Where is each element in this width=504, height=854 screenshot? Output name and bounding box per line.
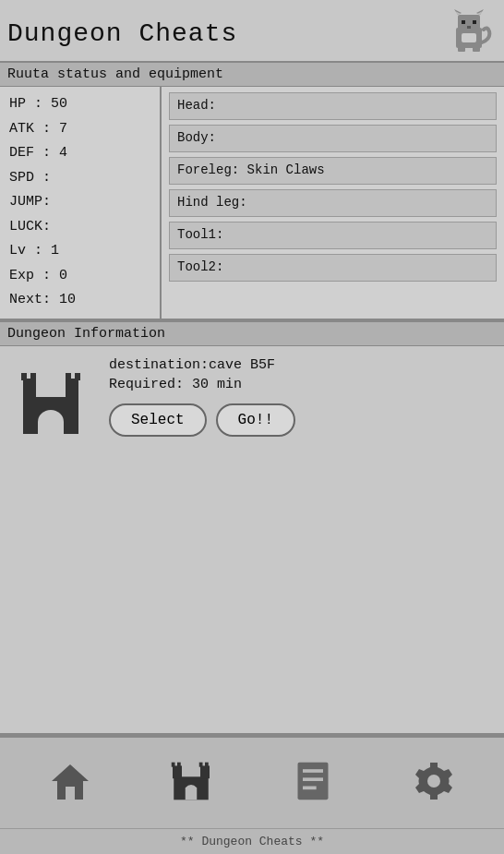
destination-text: destination:cave B5F [109,357,495,373]
svg-rect-18 [199,763,203,767]
required-text: Required: 30 min [109,377,495,392]
stat-atk: ATK : 7 [9,119,150,140]
dungeon-buttons: Select Go!! [109,403,495,437]
equipment-panel: Head: Body: Foreleg: Skin Claws Hind leg… [162,87,504,319]
stat-hp: HP : 50 [9,94,150,115]
svg-rect-7 [473,20,476,24]
stats-panel: HP : 50 ATK : 7 DEF : 4 SPD : JUMP: LUCK… [0,87,162,319]
equipment-foreleg: Foreleg: Skin Claws [169,157,497,185]
svg-rect-21 [303,769,323,773]
stat-lv: Lv : 1 [9,241,150,262]
equipment-hindleg: Hind leg: [169,189,497,217]
svg-rect-22 [303,777,323,781]
svg-rect-16 [172,763,175,767]
svg-rect-6 [462,20,465,24]
equipment-head: Head: [169,92,497,120]
mascot-icon [445,9,493,57]
content-spacer [0,448,504,734]
header: Dungeon Cheats [0,0,504,61]
svg-rect-11 [473,44,480,52]
svg-rect-23 [303,787,317,790]
svg-rect-9 [462,33,476,42]
stat-spd: SPD : [9,168,150,189]
page-wrapper: Dungeon Cheats Ru [0,0,504,854]
svg-rect-10 [458,44,465,52]
home-icon [50,761,90,801]
svg-marker-12 [52,764,89,800]
svg-rect-15 [200,765,210,778]
nav-dungeon[interactable] [131,761,253,801]
status-section: HP : 50 ATK : 7 DEF : 4 SPD : JUMP: LUCK… [0,87,504,320]
equipment-tool2: Tool2: [169,254,497,282]
stat-next: Next: 10 [9,290,150,311]
dungeon-info-panel: destination:cave B5F Required: 30 min Se… [109,357,495,437]
stat-def: DEF : 4 [9,143,150,164]
svg-rect-8 [467,26,471,29]
svg-point-24 [427,775,440,788]
footer: ** Dungeon Cheats ** [0,828,504,854]
equipment-body: Body: [169,125,497,152]
dungeon-section-header: Dungeon Information [0,320,504,346]
bottom-nav [0,736,504,828]
equipment-tool1: Tool1: [169,222,497,249]
stat-luck: LUCK: [9,217,150,238]
dungeon-icon [168,761,214,801]
log-icon [294,761,331,801]
settings-icon [414,761,454,801]
stat-exp: Exp : 0 [9,266,150,287]
castle-pixel-art [14,374,88,434]
nav-settings[interactable] [374,761,496,801]
page-title: Dungeon Cheats [7,19,237,48]
castle-illustration [9,360,92,434]
stat-jump: JUMP: [9,192,150,213]
svg-rect-14 [173,765,182,778]
svg-rect-1 [458,15,480,31]
nav-home[interactable] [9,761,131,801]
svg-rect-17 [177,763,181,767]
select-button[interactable]: Select [109,403,207,437]
go-button[interactable]: Go!! [216,403,295,437]
nav-log[interactable] [252,761,374,801]
dungeon-content: destination:cave B5F Required: 30 min Se… [0,346,504,448]
svg-rect-19 [205,763,209,767]
character-section-header: Ruuta status and equipment [0,61,504,87]
